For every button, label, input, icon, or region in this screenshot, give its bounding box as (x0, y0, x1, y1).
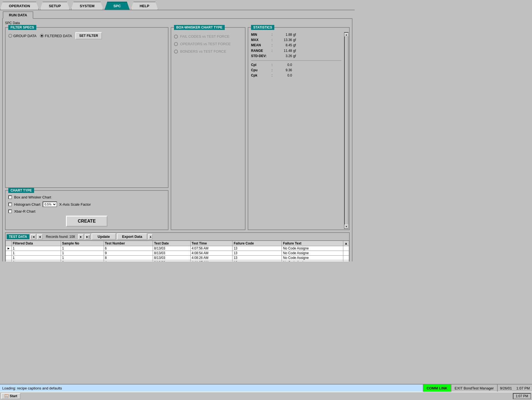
left-panels: FILTER SPECS GROUP DATA FILTERED DATA SE… (5, 27, 168, 230)
stats-min-label: MIN (251, 32, 270, 37)
stats-stddev-value: 3.26 (275, 53, 292, 59)
col-scroll-header: ▲ (343, 241, 349, 246)
nav-first-btn[interactable]: |◄ (30, 234, 36, 240)
xbar-r-label: Xbar-R Chart (14, 209, 35, 213)
col-filtered-data-header: Filtered Data (11, 241, 61, 246)
data-table: Filtered Data Sample No Test Number Test… (6, 241, 349, 261)
test-data-section: TEST DATA |◄ ◄ Records found: 108 ► ►| U… (5, 232, 350, 261)
set-filter-button[interactable]: SET FILTER (75, 32, 102, 39)
table-container: Filtered Data Sample No Test Number Test… (6, 241, 349, 261)
cell-test-num: 8 (104, 256, 153, 260)
box-whisker-chart-title: BOX-WHISKER CHART TYPE (174, 25, 225, 30)
cell-filtered: 1 (11, 260, 61, 262)
stats-content: MIN:1.88gf MAX:13.36gf MEAN:8.45gf RANGE… (251, 32, 346, 78)
export-data-button[interactable]: Export Data (117, 233, 147, 240)
stats-table: MIN:1.88gf MAX:13.36gf MEAN:8.45gf RANGE… (251, 32, 341, 59)
cell-date: 8/13/03 (153, 260, 190, 262)
nav-next-btn[interactable]: ► (78, 234, 84, 240)
bw-radio-1 (174, 35, 178, 39)
nav-tab-help[interactable]: HELP (131, 2, 158, 10)
nav-tab-spc[interactable]: SPC (104, 2, 130, 10)
box-whisker-checkbox[interactable] (8, 195, 12, 199)
table-row[interactable]: ► 1 1 6 8/13/03 4:07:56 AM 13 No Code As… (6, 246, 349, 251)
stats-divider (251, 60, 341, 61)
cell-sample: 1 (61, 246, 104, 251)
sub-tab-run-data[interactable]: RUN DATA (3, 11, 33, 19)
cell-fail-text: No Code Assigne (282, 251, 343, 256)
nav-prev-btn[interactable]: ◄ (37, 234, 43, 240)
stats-stddev-label: STD-DEV: (251, 53, 270, 59)
radio-filtered-data[interactable]: FILTERED DATA (40, 34, 72, 38)
table-scroll-right-btn[interactable]: ▲ (148, 234, 153, 240)
box-whisker-row: Box and Whisker Chart (8, 195, 165, 199)
scale-factor-label: X-Axis Scale Factor (59, 202, 91, 207)
bw-option-1[interactable]: FAIL CODES vs TEST FORCE (174, 34, 242, 39)
bw-option-3[interactable]: BONDERS vs TEST FORCE (174, 49, 242, 53)
cell-test-num: 4 (104, 260, 153, 262)
cpk-table: Cpl:0.0 Cpu:9.36 Cpk:0.0 (251, 62, 341, 78)
radio-group-data-circle (8, 34, 12, 38)
nav-tab-system[interactable]: SYSTEM (71, 2, 103, 10)
cpk-value: 0.0 (275, 73, 292, 78)
upper-panels: FILTER SPECS GROUP DATA FILTERED DATA SE… (5, 27, 350, 230)
radio-group-data-label: GROUP DATA (13, 34, 37, 38)
spc-label: SPC Data (5, 21, 350, 25)
cell-date: 8/13/03 (153, 246, 190, 251)
nav-tab-operation[interactable]: OPERATION (0, 2, 39, 10)
cell-date: 8/13/03 (153, 256, 190, 260)
cell-time: 4:08:26 AM (190, 256, 232, 260)
bw-option-2[interactable]: OPERATORS vs TEST FORCE (174, 42, 242, 46)
col-test-time-header: Test Time (190, 241, 232, 246)
stats-max-value: 13.36 (275, 37, 292, 43)
xbar-r-checkbox[interactable] (8, 210, 12, 213)
cell-time: 4:07:56 AM (190, 246, 232, 251)
cell-fail-code: 13 (232, 246, 282, 251)
table-row[interactable]: 1 1 9 8/13/03 4:08:54 AM 13 No Code Assi… (6, 251, 349, 256)
cpu-label: Cpu (251, 68, 270, 73)
chart-type-box: CHART TYPE Box and Whisker Chart Histogr… (5, 190, 168, 230)
create-button[interactable]: CREATE (66, 216, 108, 227)
statistics-title: STATISTICS (251, 25, 274, 30)
bw-option-2-label: OPERATORS vs TEST FORCE (180, 42, 231, 46)
bw-radio-2 (174, 42, 178, 46)
stats-min-value: 1.88 (275, 32, 292, 37)
cell-sample: 1 (61, 251, 104, 256)
stats-range-label: RANGE (251, 48, 270, 53)
stats-scroll-up[interactable]: ▲ (344, 33, 348, 37)
nav-last-btn[interactable]: ►| (85, 234, 90, 240)
cell-filtered: 1 (11, 251, 61, 256)
cell-sample: 1 (61, 256, 104, 260)
table-row[interactable]: 1 1 8 8/13/03 4:08:26 AM 13 No Code Assi… (6, 256, 349, 260)
cell-scroll (343, 251, 349, 256)
cell-fail-text: No Code Assigne (282, 260, 343, 262)
stats-mean-value: 8.45 (275, 43, 292, 48)
cell-fail-code: 13 (232, 260, 282, 262)
row-arrow-cell (6, 251, 12, 256)
filter-specs-box: FILTER SPECS GROUP DATA FILTERED DATA SE… (5, 27, 168, 188)
nav-tab-setup[interactable]: SETUP (40, 2, 70, 10)
table-row[interactable]: 1 2 4 8/13/03 4:11:07 AM 13 No Code Assi… (6, 260, 349, 262)
chart-type-title: CHART TYPE (8, 188, 34, 193)
stats-max-label: MAX (251, 37, 270, 43)
cell-test-num: 9 (104, 251, 153, 256)
row-arrow-cell: ► (6, 246, 12, 251)
bw-option-1-label: FAIL CODES vs TEST FORCE (180, 34, 229, 39)
histogram-checkbox[interactable] (8, 203, 12, 206)
cell-test-num: 6 (104, 246, 153, 251)
histogram-row: Histogram Chart 0.5% 1% 2% 5% X-Axis Sca… (8, 202, 165, 207)
histogram-label: Histogram Chart (14, 202, 40, 207)
stats-scroll-down[interactable]: ▼ (344, 225, 348, 228)
cell-filtered: 1 (11, 246, 61, 251)
xbar-r-row: Xbar-R Chart (8, 209, 165, 213)
col-arrow-header (6, 241, 12, 246)
scale-factor-select[interactable]: 0.5% 1% 2% 5% (43, 202, 57, 207)
radio-group-data[interactable]: GROUP DATA (8, 34, 37, 38)
stats-scrollbar[interactable]: ▲ ▼ (344, 32, 349, 229)
update-button[interactable]: Update (91, 233, 116, 240)
cell-time: 4:08:54 AM (190, 251, 232, 256)
box-whisker-label: Box and Whisker Chart (14, 195, 51, 199)
col-failure-text-header: Failure Text (282, 241, 343, 246)
table-body: ► 1 1 6 8/13/03 4:07:56 AM 13 No Code As… (6, 246, 349, 262)
cell-scroll (343, 246, 349, 251)
row-arrow-cell (6, 256, 12, 260)
